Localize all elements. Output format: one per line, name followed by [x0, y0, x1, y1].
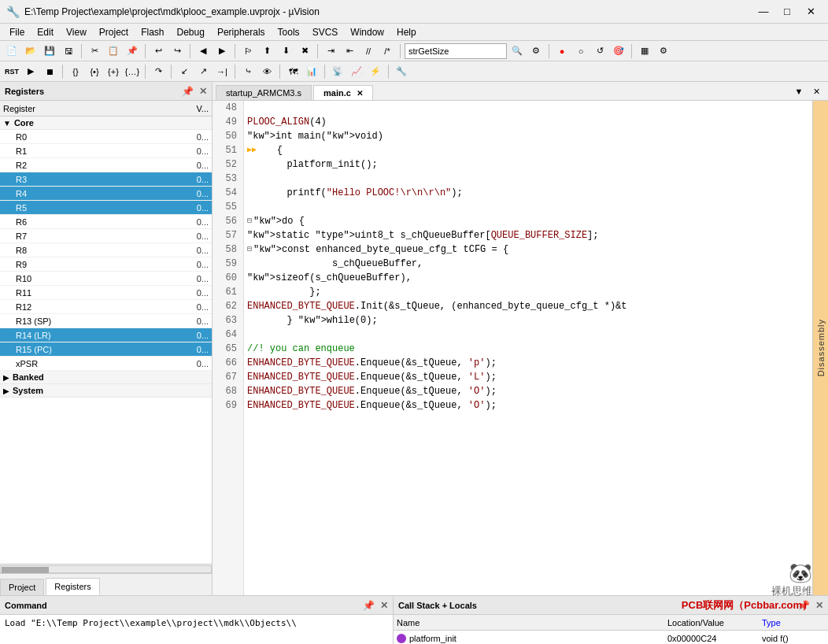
tab-close-icon[interactable]: ✕ — [357, 89, 363, 98]
clear-bookmarks-button[interactable]: ✖ — [296, 43, 313, 60]
left-tab-project[interactable]: Project — [0, 579, 44, 595]
code-line-62[interactable]: ENHANCED_BYTE_QUEUE.Init(&s_tQueue, (enh… — [247, 299, 809, 313]
close-button[interactable]: ✕ — [800, 3, 822, 20]
register-row-r3[interactable]: R30... — [0, 172, 212, 187]
maximize-button[interactable]: □ — [776, 3, 798, 20]
save-button[interactable]: 💾 — [41, 43, 58, 60]
fold-icon[interactable]: ⊟ — [247, 214, 252, 228]
function-search-input[interactable] — [405, 43, 507, 59]
code-line-57[interactable]: "kw">static "type">uint8_t s_chQueueBuff… — [247, 228, 809, 242]
run-to-cursor-button[interactable]: →| — [213, 63, 231, 80]
save-all-button[interactable]: 🖫 — [60, 43, 77, 60]
register-row-r0[interactable]: R00... — [0, 130, 212, 144]
register-row-r4[interactable]: R40... — [0, 187, 212, 201]
prev-bookmark-button[interactable]: ⬆ — [258, 43, 275, 60]
config-button[interactable]: ⚙ — [527, 43, 545, 60]
next-bookmark-button[interactable]: ⬇ — [277, 43, 294, 60]
register-row-r1[interactable]: R10... — [0, 144, 212, 158]
code-line-63[interactable]: } "kw">while(0); — [247, 313, 809, 328]
menu-item-project[interactable]: Project — [93, 25, 135, 39]
step-over-button[interactable]: ↷ — [150, 63, 167, 80]
register-row-r5[interactable]: R50... — [0, 201, 212, 215]
core-group-header[interactable]: ▼ Core — [0, 117, 212, 130]
new-file-button[interactable]: 📄 — [3, 43, 20, 60]
cmd-close-icon[interactable]: ✕ — [380, 600, 388, 611]
tab-dropdown-button[interactable]: ▼ — [790, 83, 808, 100]
register-row-r15--pc-[interactable]: R15 (PC)0... — [0, 342, 212, 357]
logic-button[interactable]: ⚡ — [367, 63, 384, 80]
braces-btn1[interactable]: {} — [67, 63, 84, 80]
stop-dbg-button[interactable]: ⏹ — [41, 63, 58, 80]
reset-button[interactable]: ↺ — [591, 43, 608, 60]
register-row-xpsr[interactable]: xPSR0... — [0, 357, 212, 371]
code-content[interactable]: PLOOC_ALIGN(4) "kw">int main("kw">void)▶… — [244, 101, 812, 595]
nav-fwd-button[interactable]: ▶ — [213, 43, 231, 60]
register-row-r14--lr-[interactable]: R14 (LR)0... — [0, 328, 212, 342]
code-line-69[interactable]: ENHANCED_BYTE_QUEUE.Enqueue(&s_tQueue, '… — [247, 398, 809, 413]
tab-close-panel-button[interactable]: ✕ — [808, 83, 825, 100]
code-line-55[interactable] — [247, 200, 809, 214]
wrench-button[interactable]: 🔧 — [393, 63, 410, 80]
register-row-r9[interactable]: R90... — [0, 257, 212, 272]
cs-close-icon[interactable]: ✕ — [815, 600, 823, 611]
code-line-60[interactable]: "kw">sizeof(s_chQueueBuffer), — [247, 271, 809, 285]
code-line-65[interactable]: //! you can enqueue — [247, 342, 809, 356]
perf-button[interactable]: 📈 — [348, 63, 365, 80]
menu-item-window[interactable]: Window — [344, 25, 390, 39]
serial-button[interactable]: 📡 — [329, 63, 346, 80]
settings-btn3[interactable]: ⚙ — [655, 43, 672, 60]
scroll-track[interactable] — [0, 565, 212, 573]
register-row-r13--sp-[interactable]: R13 (SP)0... — [0, 314, 212, 328]
mem-map-button[interactable]: 🗺 — [284, 63, 301, 80]
register-row-r11[interactable]: R110... — [0, 286, 212, 300]
bookmark-button[interactable]: 🏳 — [239, 43, 257, 60]
copy-button[interactable]: 📋 — [105, 43, 122, 60]
menu-item-debug[interactable]: Debug — [171, 25, 211, 39]
show-next-stmt-button[interactable]: ⤷ — [239, 63, 257, 80]
run-button[interactable]: ● — [553, 43, 571, 60]
minimize-button[interactable]: — — [752, 3, 774, 20]
settings-btn2[interactable]: ▦ — [636, 43, 653, 60]
indent-button[interactable]: ⇥ — [322, 43, 339, 60]
code-line-54[interactable]: printf("Hello PLOOC!\r\n\r\n"); — [247, 186, 809, 200]
step-out-button[interactable]: ↗ — [194, 63, 212, 80]
code-line-52[interactable]: platform_init(); — [247, 157, 809, 172]
menu-item-view[interactable]: View — [60, 25, 93, 39]
code-line-53[interactable] — [247, 172, 809, 186]
callstack-row[interactable]: platform_init 0x00000C24 void f() — [394, 631, 828, 644]
register-row-r7[interactable]: R70... — [0, 229, 212, 243]
menu-item-tools[interactable]: Tools — [272, 25, 306, 39]
register-row-r12[interactable]: R120... — [0, 300, 212, 314]
system-header[interactable]: ▶System — [0, 384, 212, 398]
target-button[interactable]: 🎯 — [610, 43, 627, 60]
undo-button[interactable]: ↩ — [150, 43, 167, 60]
cut-button[interactable]: ✂ — [86, 43, 103, 60]
reset-dbg-button[interactable]: RST — [3, 63, 20, 80]
code-line-50[interactable]: "kw">int main("kw">void) — [247, 129, 809, 143]
run-dbg-button[interactable]: ▶ — [22, 63, 39, 80]
menu-item-peripherals[interactable]: Peripherals — [211, 25, 272, 39]
uncomment-button[interactable]: /* — [379, 43, 396, 60]
register-row-r8[interactable]: R80... — [0, 243, 212, 257]
redo-button[interactable]: ↪ — [168, 43, 186, 60]
register-row-r2[interactable]: R20... — [0, 158, 212, 172]
fold-icon[interactable]: ⊟ — [247, 242, 252, 257]
cmd-pin-icon[interactable]: 📌 — [363, 600, 375, 611]
braces-btn3[interactable]: {+} — [105, 63, 122, 80]
left-tab-registers[interactable]: Registers — [46, 578, 99, 595]
menu-item-svcs[interactable]: SVCS — [306, 25, 345, 39]
disassembly-sidebar[interactable]: Disassembly — [812, 101, 828, 595]
open-file-button[interactable]: 📂 — [22, 43, 39, 60]
tab-startup[interactable]: startup_ARMCM3.s — [216, 85, 312, 100]
pin-icon[interactable]: 📌 — [182, 86, 194, 97]
mem-view-button[interactable]: 📊 — [303, 63, 320, 80]
braces-btn4[interactable]: {…} — [124, 63, 141, 80]
code-line-67[interactable]: ENHANCED_BYTE_QUEUE.Enqueue(&s_tQueue, '… — [247, 370, 809, 384]
code-line-49[interactable]: PLOOC_ALIGN(4) — [247, 115, 809, 129]
code-line-61[interactable]: }; — [247, 285, 809, 299]
step-into-button[interactable]: ↙ — [176, 63, 193, 80]
menu-item-help[interactable]: Help — [390, 25, 423, 39]
code-line-48[interactable] — [247, 101, 809, 115]
nav-back-button[interactable]: ◀ — [194, 43, 212, 60]
comment-button[interactable]: // — [360, 43, 377, 60]
